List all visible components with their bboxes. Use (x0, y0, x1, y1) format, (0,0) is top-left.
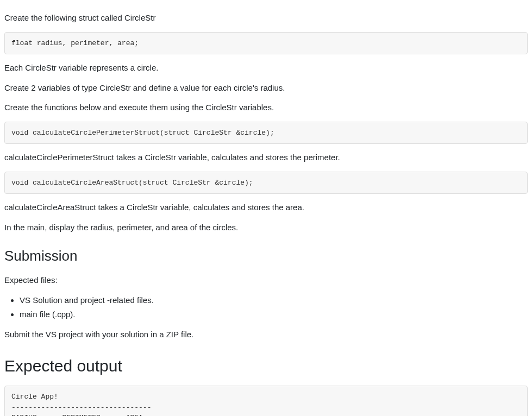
paragraph-create-variables: Create 2 variables of type CircleStr and… (4, 82, 528, 94)
paragraph-main-display: In the main, display the radius, perimet… (4, 222, 528, 234)
paragraph-expected-files: Expected files: (4, 274, 528, 287)
paragraph-create-struct: Create the following struct called Circl… (4, 12, 528, 24)
paragraph-perimeter-desc: calculateCirclePerimeterStruct takes a C… (4, 152, 528, 164)
code-area-function: void calculateCircleAreaStruct(struct Ci… (4, 172, 528, 194)
heading-submission: Submission (4, 245, 528, 267)
paragraph-represents-circle: Each CircleStr variable represents a cir… (4, 62, 528, 74)
paragraph-create-functions: Create the functions below and execute t… (4, 102, 528, 114)
expected-files-list: VS Solution and project -related files. … (4, 294, 528, 321)
heading-expected-output: Expected output (4, 354, 528, 378)
code-struct-definition: float radius, perimeter, area; (4, 32, 528, 55)
paragraph-area-desc: calculateCircleAreaStruct takes a Circle… (4, 201, 528, 214)
code-perimeter-function: void calculateCirclePerimeterStruct(stru… (4, 122, 528, 144)
code-expected-output: Circle App! ----------------------------… (4, 386, 528, 416)
list-item: VS Solution and project -related files. (20, 294, 528, 307)
paragraph-submit-zip: Submit the VS project with your solution… (4, 329, 528, 341)
list-item: main file (.cpp). (20, 308, 528, 321)
